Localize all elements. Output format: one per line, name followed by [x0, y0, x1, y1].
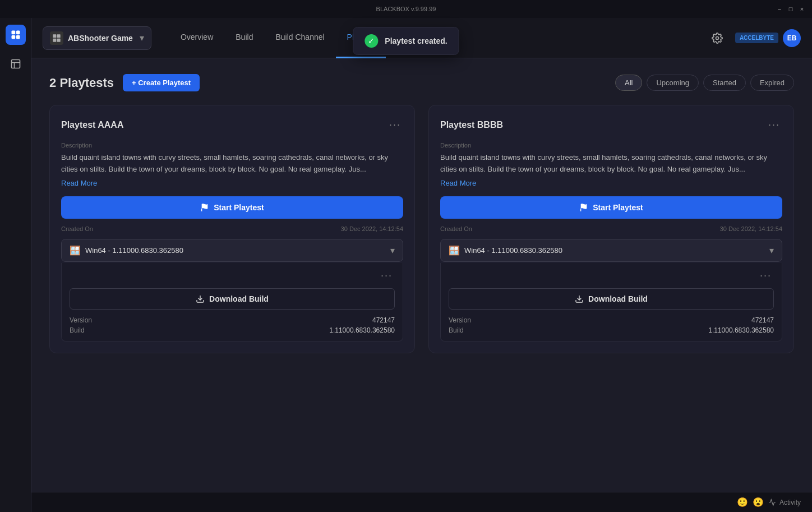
- build-more-row-bbbb: ···: [449, 267, 774, 284]
- user-logo: ACCELBYTE: [735, 33, 778, 43]
- download-build-button-aaaa[interactable]: Download Build: [70, 288, 395, 310]
- start-playtest-button-bbbb[interactable]: Start Playtest: [440, 196, 782, 219]
- svg-rect-0: [11, 31, 15, 35]
- nav-right: ACCELBYTE EB: [708, 29, 801, 47]
- read-more-link-bbbb[interactable]: Read More: [440, 179, 476, 187]
- filter-tab-started[interactable]: Started: [703, 75, 746, 91]
- flag-icon-aaaa: [200, 203, 209, 212]
- download-build-button-bbbb[interactable]: Download Build: [449, 288, 774, 310]
- card-title-bbbb: Playtest BBBB: [440, 120, 503, 130]
- settings-button[interactable]: [708, 29, 726, 47]
- card-desc-text-bbbb: Build quaint island towns with curvy str…: [440, 152, 782, 176]
- bottom-bar: 🙂 😮 Activity: [31, 492, 812, 512]
- app-selector-icon: [50, 31, 63, 45]
- app-title: BLACKBOX v.9.99.99: [376, 6, 436, 12]
- windows-icon-bbbb: 🪟: [449, 245, 460, 256]
- card-desc-label-aaaa: Description: [61, 142, 403, 149]
- build-selector-left-aaaa: 🪟 Win64 - 1.11000.6830.362580: [70, 245, 183, 256]
- card-title-aaaa: Playtest AAAA: [61, 120, 123, 130]
- emoji-smile[interactable]: 🙂: [737, 497, 748, 508]
- playtest-card-aaaa: Playtest AAAA ··· Description Build quai…: [49, 105, 415, 353]
- nav-link-overview[interactable]: Overview: [169, 18, 224, 58]
- user-badge: ACCELBYTE EB: [735, 29, 801, 47]
- toast-notification: ✓ Playtest created.: [353, 27, 459, 55]
- page-header: 2 Playtests + Create Playtest All Upcomi…: [49, 74, 794, 91]
- icon-rail: [0, 18, 31, 512]
- svg-rect-3: [16, 35, 20, 39]
- main-area: ABShooter Game ▾ Overview Build Build Ch…: [31, 18, 812, 512]
- build-row-bbbb: Build 1.11000.6830.362580: [449, 326, 774, 334]
- nav-link-build-channel[interactable]: Build Channel: [264, 18, 335, 58]
- build-meta-bbbb: Version 472147 Build 1.11000.6830.362580: [449, 316, 774, 334]
- filter-tabs: All Upcoming Started Expired: [615, 75, 794, 91]
- minimize-button[interactable]: −: [776, 6, 783, 12]
- filter-tab-all[interactable]: All: [615, 75, 642, 91]
- build-selector-chevron-aaaa: ▾: [390, 245, 395, 256]
- card-desc-text-aaaa: Build quaint island towns with curvy str…: [61, 152, 403, 176]
- toast-message: Playtest created.: [385, 36, 447, 45]
- card-desc-label-bbbb: Description: [440, 142, 782, 149]
- build-more-row-aaaa: ···: [70, 267, 395, 284]
- build-more-button-bbbb[interactable]: ···: [758, 267, 774, 284]
- app-selector-name: ABShooter Game: [68, 34, 133, 43]
- card-more-button-aaaa[interactable]: ···: [387, 117, 403, 133]
- toast-check-icon: ✓: [365, 34, 378, 48]
- card-more-button-bbbb[interactable]: ···: [766, 117, 782, 133]
- read-more-link-aaaa[interactable]: Read More: [61, 179, 97, 187]
- download-icon-aaaa: [196, 294, 205, 303]
- maximize-button[interactable]: □: [787, 6, 794, 12]
- svg-rect-2: [11, 35, 15, 39]
- rail-icon-app[interactable]: [6, 25, 26, 45]
- svg-point-11: [716, 36, 718, 39]
- svg-rect-4: [11, 60, 20, 68]
- build-actions-bbbb: ··· Download Build Ver: [440, 263, 782, 342]
- svg-rect-8: [57, 34, 61, 38]
- svg-rect-10: [57, 38, 61, 41]
- build-row-aaaa: Build 1.11000.6830.362580: [70, 326, 395, 334]
- app-selector[interactable]: ABShooter Game ▾: [43, 26, 151, 50]
- build-actions-aaaa: ··· Download Build Ver: [61, 263, 403, 342]
- build-selector-chevron-bbbb: ▾: [769, 245, 774, 256]
- activity-icon: [768, 499, 776, 506]
- created-on-row-bbbb: Created On 30 Dec 2022, 14:12:54: [440, 225, 782, 232]
- content-area: 2 Playtests + Create Playtest All Upcomi…: [31, 58, 812, 512]
- start-playtest-button-aaaa[interactable]: Start Playtest: [61, 196, 403, 219]
- user-avatar[interactable]: EB: [783, 29, 801, 47]
- card-header-aaaa: Playtest AAAA ···: [61, 117, 403, 133]
- page-title: 2 Playtests: [49, 76, 114, 90]
- download-icon-bbbb: [575, 294, 584, 303]
- nav-link-build[interactable]: Build: [224, 18, 264, 58]
- activity-label[interactable]: Activity: [768, 499, 801, 506]
- version-row-aaaa: Version 472147: [70, 316, 395, 324]
- build-selector-left-bbbb: 🪟 Win64 - 1.11000.6830.362580: [449, 245, 562, 256]
- svg-rect-9: [53, 38, 56, 41]
- build-more-button-aaaa[interactable]: ···: [379, 267, 395, 284]
- svg-rect-7: [53, 34, 56, 38]
- emoji-row: 🙂 😮: [737, 497, 764, 508]
- create-playtest-button[interactable]: + Create Playtest: [123, 74, 200, 91]
- playtest-card-bbbb: Playtest BBBB ··· Description Build quai…: [428, 105, 794, 353]
- rail-icon-package[interactable]: [6, 54, 26, 74]
- version-row-bbbb: Version 472147: [449, 316, 774, 324]
- flag-icon-bbbb: [579, 203, 588, 212]
- build-meta-aaaa: Version 472147 Build 1.11000.6830.362580: [70, 316, 395, 334]
- emoji-surprised[interactable]: 😮: [753, 497, 764, 508]
- filter-tab-expired[interactable]: Expired: [750, 75, 794, 91]
- build-selector-aaaa[interactable]: 🪟 Win64 - 1.11000.6830.362580 ▾: [61, 239, 403, 262]
- created-on-row-aaaa: Created On 30 Dec 2022, 14:12:54: [61, 225, 403, 232]
- svg-rect-1: [16, 31, 20, 35]
- chevron-down-icon: ▾: [140, 33, 144, 43]
- build-selector-bbbb[interactable]: 🪟 Win64 - 1.11000.6830.362580 ▾: [440, 239, 782, 262]
- window-controls: − □ ×: [776, 6, 805, 12]
- cards-grid: Playtest AAAA ··· Description Build quai…: [49, 105, 794, 353]
- windows-icon-aaaa: 🪟: [70, 245, 81, 256]
- filter-tab-upcoming[interactable]: Upcoming: [647, 75, 699, 91]
- title-bar: BLACKBOX v.9.99.99 − □ ×: [0, 0, 812, 18]
- card-header-bbbb: Playtest BBBB ···: [440, 117, 782, 133]
- close-button[interactable]: ×: [799, 6, 805, 12]
- app-container: ABShooter Game ▾ Overview Build Build Ch…: [0, 18, 812, 512]
